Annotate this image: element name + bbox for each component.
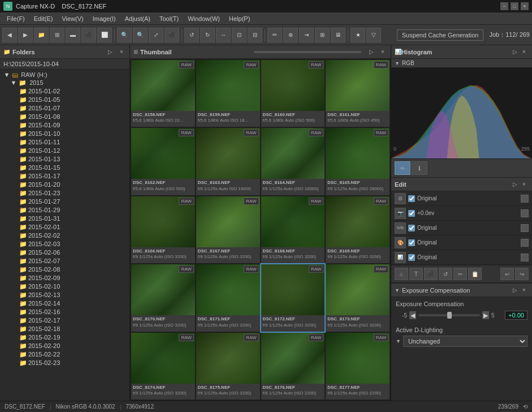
- thumbnail-item[interactable]: RAWDSC_8176.NEFf/9 1/125s Auto (ISO 2200…: [261, 333, 325, 400]
- minimize-button[interactable]: −: [500, 2, 508, 10]
- tree-date-item[interactable]: 📁2015-01-10: [1, 130, 128, 138]
- exp-expand-button[interactable]: ▷: [511, 286, 520, 295]
- tree-date-item[interactable]: 📁2015-02-16: [1, 308, 128, 316]
- thumbnail-item[interactable]: RAWDSC_8168.NEFf/9 1/125s Auto (ISO 3200…: [261, 196, 325, 263]
- thumbnail-item[interactable]: RAWDSC_8166.NEFf/9 1/125s Auto (ISO 3200…: [131, 196, 195, 263]
- tree-date-item[interactable]: 📁2015-02-17: [1, 316, 128, 325]
- tree-date-item[interactable]: 📁2015-02-07: [1, 257, 128, 265]
- thumbnail-item[interactable]: RAWDSC_8173.NEFf/9 1/125s Auto (ISO 3200…: [326, 264, 390, 331]
- tree-year[interactable]: ▼ 📁 2015: [1, 79, 128, 87]
- tree-date-item[interactable]: 📁2015-01-29: [1, 206, 128, 214]
- thumbnail-close-button[interactable]: ×: [378, 48, 387, 57]
- thumbnail-item[interactable]: RAWDSC_8169.NEFf/9 1/125s Auto (ISO 3200…: [326, 196, 390, 263]
- fit-button[interactable]: ⤢: [149, 28, 163, 42]
- suspend-cache-button[interactable]: Suspend Cache Generation: [397, 29, 484, 41]
- exposure-check[interactable]: [408, 210, 415, 217]
- edit-button[interactable]: ✏: [267, 28, 282, 42]
- thumbnail-item[interactable]: RAWDSC_8158.NEFf/5.6 1/80s Auto ISO 22..…: [131, 60, 195, 127]
- back-button[interactable]: ◀: [2, 28, 17, 42]
- full-button[interactable]: ⬛: [165, 28, 179, 42]
- exp-left-arrow[interactable]: ◀: [409, 311, 416, 319]
- thumbnail-scrollbar[interactable]: [254, 51, 362, 53]
- straighten-button[interactable]: ⊟: [248, 28, 262, 42]
- histogram-expand-button[interactable]: ▷: [511, 48, 520, 57]
- thumbnail-item[interactable]: RAWDSC_8159.NEFf/5.6 1/80s Auto ISO 18..…: [196, 60, 260, 127]
- tree-date-item[interactable]: 📁2015-01-07: [1, 104, 128, 113]
- tree-date-item[interactable]: 📁2015-01-02: [1, 87, 128, 96]
- edit-action-3[interactable]: ⬛: [424, 268, 438, 280]
- menu-file[interactable]: File(F): [2, 14, 29, 23]
- rotate-icon[interactable]: ⟲: [523, 404, 527, 410]
- settings-check[interactable]: [408, 195, 415, 202]
- thumbnail-item[interactable]: RAWDSC_8167.NEFf/9 1/125s Auto (ISO 3200…: [196, 196, 260, 263]
- folders-close-button[interactable]: ×: [117, 48, 126, 57]
- exp-slider-thumb[interactable]: [447, 312, 452, 319]
- adjust-icon-button[interactable]: ✏: [395, 161, 410, 175]
- tree-container[interactable]: ▼ 🖴 RAW (H:) ▼ 📁 2015 📁2015-01-02📁2015-0…: [0, 70, 129, 401]
- thumbnail-item[interactable]: RAWDSC_8161.NEFf/5.6 1/80s Auto (ISO 450…: [326, 60, 390, 127]
- menu-help[interactable]: Help(P): [224, 14, 254, 23]
- tree-date-item[interactable]: 📁2015-02-20: [1, 342, 128, 350]
- tree-date-item[interactable]: 📁2015-01-20: [1, 181, 128, 189]
- tree-date-item[interactable]: 📁2015-02-08: [1, 265, 128, 274]
- thumbnail-item[interactable]: RAWDSC_8175.NEFf/9 1/125s Auto (ISO 3200…: [196, 333, 260, 400]
- tree-date-item[interactable]: 📁2015-02-22: [1, 350, 128, 359]
- folders-expand-button[interactable]: ▷: [106, 48, 115, 57]
- tree-date-item[interactable]: 📁2015-01-09: [1, 121, 128, 130]
- flip-button[interactable]: ↔: [216, 28, 231, 42]
- zoom-in-button[interactable]: 🔍: [117, 28, 132, 42]
- exp-right-arrow[interactable]: ▶: [482, 311, 489, 319]
- zoom-out-button[interactable]: 🔍: [133, 28, 148, 42]
- star-button[interactable]: ★: [351, 28, 365, 42]
- edit-action-4[interactable]: ↺: [439, 268, 452, 280]
- export-button[interactable]: ⇥: [299, 28, 314, 42]
- edit-action-undo[interactable]: ↩: [500, 268, 514, 280]
- thumbnail-item[interactable]: RAWDSC_8172.NEFf/9 1/125s Auto (ISO 3200…: [261, 264, 325, 331]
- tree-drive[interactable]: ▼ 🖴 RAW (H:): [1, 71, 128, 79]
- edit-action-redo[interactable]: ↪: [515, 268, 529, 280]
- thumbnail-item[interactable]: RAWDSC_8165.NEFf/9 1/125s Auto (ISO 2800…: [326, 128, 390, 195]
- color-check[interactable]: [408, 239, 415, 246]
- crop-button[interactable]: ⊡: [232, 28, 246, 42]
- thumbnail-grid[interactable]: RAWDSC_8158.NEFf/5.6 1/80s Auto ISO 22..…: [130, 59, 391, 401]
- thumbnail-item[interactable]: RAWDSC_8162.NEFf/5.6 1/80s Auto (ISO 500…: [131, 128, 195, 195]
- thumbnail-item[interactable]: RAWDSC_8164.NEFf/9 1/125s Auto (ISO 1600…: [261, 128, 325, 195]
- tree-date-item[interactable]: 📁2015-02-09: [1, 274, 128, 282]
- tree-date-item[interactable]: 📁2015-02-06: [1, 248, 128, 257]
- tree-date-item[interactable]: 📁2015-01-08: [1, 113, 128, 121]
- tree-date-item[interactable]: 📁2015-02-10: [1, 282, 128, 291]
- view3-button[interactable]: ⬜: [97, 28, 112, 42]
- batch-button[interactable]: ⊞: [315, 28, 330, 42]
- edit-expand-button[interactable]: ▷: [511, 180, 520, 189]
- forward-button[interactable]: ▶: [18, 28, 33, 42]
- grid-button[interactable]: ⊞: [50, 28, 64, 42]
- filter-button[interactable]: ▽: [366, 28, 381, 42]
- thumbnail-item[interactable]: RAWDSC_8163.NEFf/9 1/125s Auto ISO 18000: [196, 128, 260, 195]
- edit-close-button[interactable]: ×: [520, 180, 529, 189]
- view2-button[interactable]: ⬛: [81, 28, 96, 42]
- tree-date-item[interactable]: 📁2015-02-03: [1, 240, 128, 248]
- tree-date-item[interactable]: 📁2015-01-17: [1, 172, 128, 181]
- folder-button[interactable]: 📁: [34, 28, 49, 42]
- exp-slider-track[interactable]: [418, 314, 480, 316]
- maximize-button[interactable]: □: [511, 2, 518, 10]
- menu-window[interactable]: Window(W): [183, 14, 224, 23]
- edit-action-1[interactable]: ⌂: [395, 268, 408, 280]
- close-button[interactable]: ×: [521, 2, 529, 10]
- tree-date-item[interactable]: 📁2015-02-13: [1, 291, 128, 299]
- tree-date-item[interactable]: 📁2015-01-27: [1, 198, 128, 206]
- edit-action-5[interactable]: ✂: [453, 268, 467, 280]
- info-icon-button[interactable]: ℹ: [412, 161, 427, 175]
- color-button[interactable]: ⊕: [283, 28, 298, 42]
- edit-action-2[interactable]: T: [409, 268, 423, 280]
- tree-date-item[interactable]: 📁2015-01-13: [1, 155, 128, 164]
- menu-view[interactable]: View(V): [57, 14, 88, 23]
- tree-date-item[interactable]: 📁2015-02-23: [1, 359, 128, 367]
- thumbnail-item[interactable]: RAWDSC_8170.NEFf/9 1/125s Auto (ISO 3200…: [131, 264, 195, 331]
- tree-date-item[interactable]: 📁2015-02-18: [1, 325, 128, 333]
- tree-date-item[interactable]: 📁2015-01-11: [1, 138, 128, 147]
- wb-check[interactable]: [408, 225, 415, 231]
- thumbnail-item[interactable]: RAWDSC_8177.NEFf/9 1/125s Auto (ISO 2200…: [326, 333, 390, 400]
- tree-date-item[interactable]: 📁2015-01-05: [1, 96, 128, 104]
- tree-date-item[interactable]: 📁2015-01-12: [1, 147, 128, 155]
